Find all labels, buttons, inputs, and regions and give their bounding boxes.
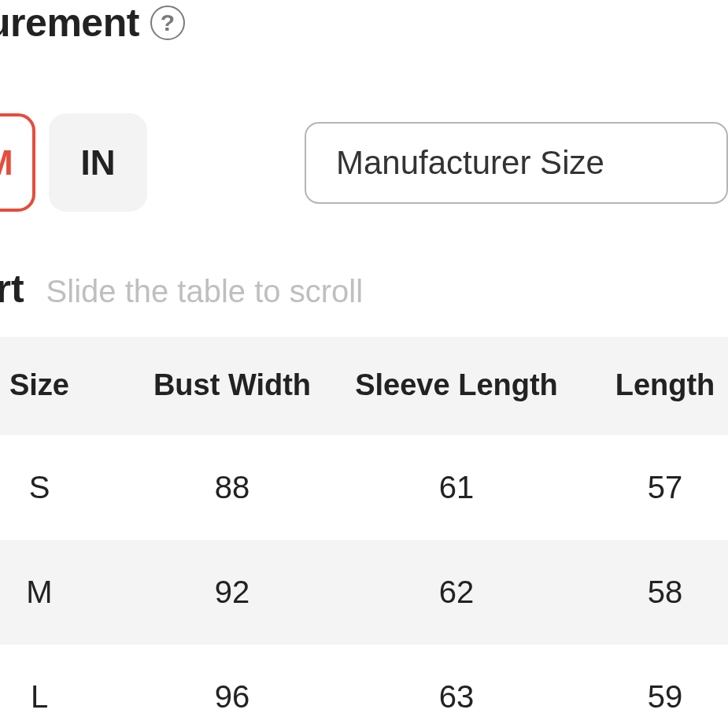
cell-bust: 96 [126, 645, 338, 728]
col-sleeve: Sleeve Length [338, 337, 575, 435]
chart-scroll-hint: Slide the table to scroll [46, 274, 363, 309]
cell-sleeve: 61 [338, 435, 575, 540]
unit-toggle-group: CM IN [0, 113, 147, 212]
size-type-select[interactable]: Manufacturer Size [305, 122, 728, 204]
cell-length: 59 [575, 645, 728, 728]
unit-in-button[interactable]: IN [49, 113, 147, 212]
cell-size: S [0, 435, 126, 540]
col-size: Size [0, 337, 126, 435]
table-row: M 92 62 58 [0, 540, 728, 645]
cell-size: M [0, 540, 126, 645]
help-icon[interactable]: ? [150, 6, 185, 40]
table-header-row: Size Bust Width Sleeve Length Length [0, 337, 728, 435]
cell-length: 57 [575, 435, 728, 540]
size-type-select-label: Manufacturer Size [336, 144, 604, 182]
page-title: Measurement [0, 0, 139, 46]
col-bust: Bust Width [126, 337, 338, 435]
cell-sleeve: 62 [338, 540, 575, 645]
chart-heading: Chart [0, 266, 24, 312]
cell-sleeve: 63 [338, 645, 575, 728]
unit-cm-button[interactable]: CM [0, 113, 35, 212]
col-length: Length [575, 337, 728, 435]
cell-length: 58 [575, 540, 728, 645]
size-chart-table: Size Bust Width Sleeve Length Length S 8… [0, 337, 728, 728]
table-row: S 88 61 57 [0, 435, 728, 540]
table-row: L 96 63 59 [0, 645, 728, 728]
cell-bust: 88 [126, 435, 338, 540]
size-chart-table-wrap[interactable]: Size Bust Width Sleeve Length Length S 8… [0, 337, 728, 728]
cell-bust: 92 [126, 540, 338, 645]
cell-size: L [0, 645, 126, 728]
